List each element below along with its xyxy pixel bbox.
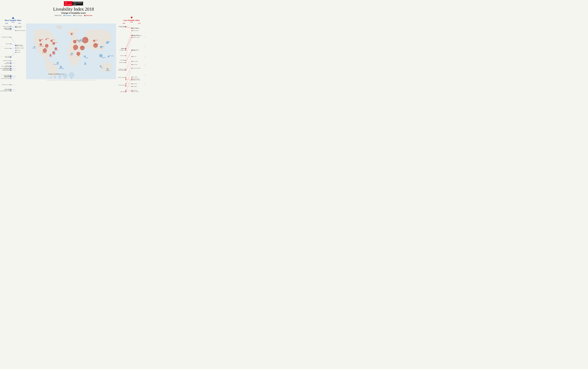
left-rank-label: Rank [0, 21, 26, 23]
svg-point-120 [33, 46, 35, 48]
svg-text:Kathmandu, Nepal: Kathmandu, Nepal [119, 85, 126, 86]
svg-text:Tokyo, Japan: Tokyo, Japan [16, 27, 21, 28]
left-2018-header: 2018 [18, 23, 21, 24]
svg-text:Almaty, Kazakhstan: Almaty, Kazakhstan [118, 70, 126, 71]
svg-point-162 [100, 65, 101, 67]
svg-text:Bogota: Bogota [49, 56, 52, 57]
svg-text:Calgary: Calgary [46, 38, 50, 39]
svg-text:Milan, Italy: Milan, Italy [16, 50, 20, 51]
svg-point-144 [84, 55, 86, 58]
svg-text:Source: Economist Intelligence: Source: Economist Intelligence Unit *Bas… [47, 80, 95, 81]
svg-text:Reykjavik: Reykjavik [70, 33, 74, 34]
svg-point-140 [71, 52, 73, 55]
svg-point-38 [11, 30, 11, 30]
svg-line-211 [126, 86, 132, 86]
svg-text:Manchester, UK: Manchester, UK [5, 48, 11, 49]
svg-text:Singapore: Singapore [102, 57, 106, 58]
svg-text:Zurich, Switzerland: Zurich, Switzerland [132, 28, 139, 29]
svg-text:Singapore, Singapore: Singapore, Singapore [16, 48, 24, 49]
svg-text:London: London [73, 40, 76, 41]
svg-point-132 [60, 66, 62, 68]
world-map-svg: Vancouver Calgary Toronto Houston Los An… [26, 17, 116, 92]
svg-text:Perth, Australia: Perth, Australia [120, 27, 126, 27]
svg-text:Honolulu: Honolulu [32, 48, 36, 49]
svg-line-213 [126, 91, 132, 92]
svg-text:120: 120 [144, 84, 146, 85]
svg-text:New Delhi, India: New Delhi, India [4, 77, 11, 77]
svg-line-202 [126, 50, 132, 63]
svg-text:Lagos, Nigeria: Lagos, Nigeria [120, 91, 126, 92]
svg-point-170 [76, 39, 78, 41]
increase-dot [63, 15, 65, 16]
svg-text:20: 20 [65, 78, 66, 79]
svg-point-231 [125, 90, 126, 91]
right-rank-chart: 1 20 40 60 80 100 120 140 [116, 24, 147, 92]
svg-point-128 [49, 54, 51, 56]
svg-text:Sofia, Bulgaria: Sofia, Bulgaria [120, 60, 126, 61]
svg-text:Budapest, Hungary: Budapest, Hungary [16, 45, 23, 46]
svg-text:20: 20 [144, 37, 145, 38]
logo-dark: INTELLIGENCEUNIT [72, 2, 83, 5]
svg-text:Mexico City, Mexico: Mexico City, Mexico [132, 79, 140, 80]
svg-text:Tripoli, Libya: Tripoli, Libya [132, 90, 137, 91]
svg-text:Pretoria, South Africa: Pretoria, South Africa [3, 70, 11, 71]
svg-point-154 [93, 40, 95, 42]
left-panel-title: More liveable cities [0, 19, 26, 21]
svg-point-130 [57, 62, 59, 64]
svg-line-207 [126, 77, 132, 92]
svg-text:Hanoi: Hanoi [102, 46, 104, 47]
right-rank-label: Rank [116, 21, 147, 23]
svg-text:Casablanca, Morocco: Casablanca, Morocco [132, 80, 140, 80]
svg-line-14 [11, 50, 16, 57]
svg-point-169 [79, 41, 80, 42]
svg-point-227 [125, 79, 126, 80]
svg-point-176 [50, 77, 51, 78]
svg-text:Amsterdam, Netherlands: Amsterdam, Netherlands [16, 30, 25, 31]
left-2008-header: 2008 [5, 23, 8, 24]
legend-increase-item: Increase [63, 15, 71, 16]
svg-text:Copenhagen, Denmark: Copenhagen, Denmark [2, 37, 11, 38]
svg-text:Kuala Lumpur, Malaysia: Kuala Lumpur, Malaysia [1, 66, 11, 67]
svg-text:Cairo, Egypt: Cairo, Egypt [132, 86, 137, 87]
svg-text:Dubai, UAE: Dubai, UAE [6, 62, 11, 63]
logo-red: TheEconomist [64, 1, 72, 6]
svg-text:Rio de Janeiro: Rio de Janeiro [53, 64, 59, 65]
nochange-dot [73, 15, 75, 16]
left-rank-chart: 1 20 40 60 80 100 120 140 [0, 24, 26, 92]
svg-line-197 [126, 31, 132, 49]
svg-point-158 [99, 54, 102, 57]
svg-point-146 [84, 62, 86, 64]
svg-point-122 [43, 48, 47, 53]
svg-text:100: 100 [1, 75, 3, 75]
svg-line-205 [126, 65, 132, 78]
svg-text:London, UK: London, UK [16, 52, 20, 53]
svg-text:Port Moresby: Port Moresby [109, 55, 114, 56]
svg-text:80: 80 [144, 65, 145, 66]
svg-text:Los Angeles: Los Angeles [39, 46, 43, 47]
svg-text:1: 1 [51, 78, 51, 79]
svg-text:Adelaide, Australia: Adelaide, Australia [4, 28, 11, 29]
svg-text:Mexico City: Mexico City [42, 53, 47, 54]
svg-text:Warsaw, Poland: Warsaw, Poland [5, 63, 11, 64]
svg-point-142 [76, 52, 80, 56]
svg-line-12 [11, 44, 16, 46]
svg-text:Bratislava, Slovakia: Bratislava, Slovakia [3, 60, 11, 61]
svg-text:Detroit, US: Detroit, US [132, 56, 136, 57]
legend-year: 2008-2018 [55, 15, 61, 16]
svg-line-201 [126, 50, 132, 60]
svg-text:Chicago, US: Chicago, US [132, 50, 137, 51]
svg-point-172 [81, 41, 82, 42]
svg-point-178 [54, 76, 56, 78]
less-liveable-icon [130, 17, 133, 19]
svg-text:Johannesburg, South Africa: Johannesburg, South Africa [0, 68, 11, 69]
svg-text:40: 40 [144, 46, 145, 47]
svg-text:Toronto: Toronto [52, 40, 55, 41]
svg-text:Bahrain, Bahrain: Bahrain, Bahrain [119, 62, 126, 63]
svg-line-209 [126, 80, 132, 80]
svg-text:Melbourne: Melbourne [106, 70, 110, 71]
legend-increase-label: Increase [65, 15, 71, 16]
svg-line-212 [126, 90, 132, 90]
left-rank-headers: 2008 2018 [0, 23, 26, 24]
subtitle: Change in liveability score [61, 12, 86, 14]
svg-text:10: 10 [59, 78, 60, 79]
